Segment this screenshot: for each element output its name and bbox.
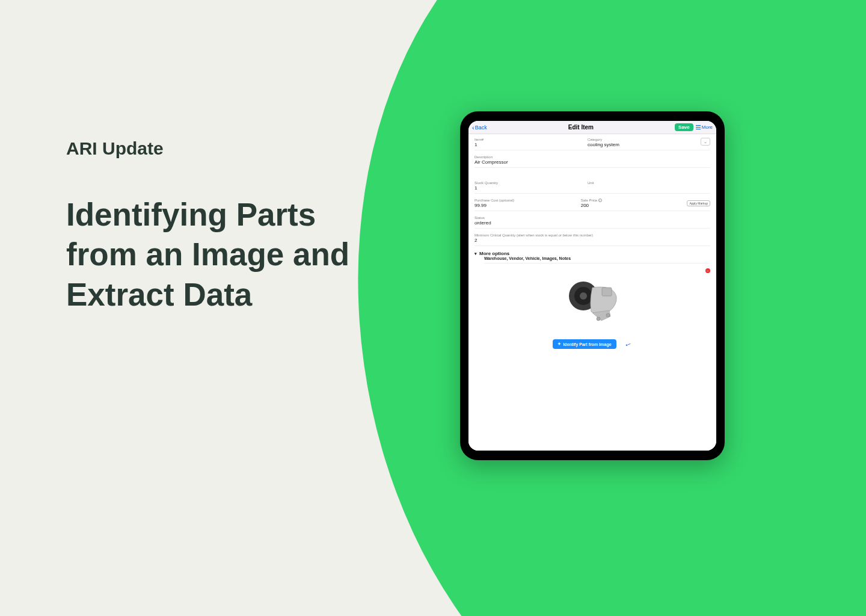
purchase-label: Purchase Cost (optional) — [474, 199, 569, 202]
menu-icon — [696, 125, 701, 129]
item-field[interactable]: Item# 1 — [474, 138, 576, 147]
svg-point-5 — [606, 313, 610, 317]
page-title: Edit Item — [568, 124, 594, 131]
more-options-subtitle: Warehouse, Vendor, Vehicle, Images, Note… — [484, 256, 710, 263]
stock-value: 1 — [474, 185, 576, 191]
image-area: − ✦ Identify — [474, 270, 710, 349]
stock-field[interactable]: Stock Quantity 1 — [474, 181, 576, 191]
description-value: Air Compressor — [474, 159, 710, 165]
category-field[interactable]: Category cooling system — [588, 138, 689, 147]
unit-field[interactable]: Unit — [588, 181, 689, 191]
sale-value: 200 — [581, 203, 675, 208]
more-options-toggle[interactable]: ▾ More options — [474, 251, 710, 256]
form-body: Item# 1 Category cooling system ⌄ Descri… — [468, 134, 716, 451]
part-image — [556, 270, 628, 330]
svg-point-2 — [580, 292, 587, 300]
svg-rect-3 — [602, 288, 612, 296]
svg-point-4 — [597, 317, 600, 321]
back-button[interactable]: ‹ Back — [472, 124, 487, 131]
back-label: Back — [475, 125, 487, 131]
more-options-title: More options — [479, 251, 509, 256]
mincrit-value: 2 — [474, 238, 710, 243]
tablet-frame: ‹ Back Edit Item Save More Item# 1 Categ… — [460, 111, 725, 460]
sale-label: Sale Price i — [581, 199, 675, 202]
headline-text: Identifying Parts from an Image and Extr… — [66, 195, 385, 315]
kicker-text: ARI Update — [66, 138, 385, 159]
delete-image-button[interactable]: − — [705, 268, 710, 273]
caret-down-icon: ▾ — [474, 251, 477, 256]
save-button[interactable]: Save — [675, 123, 693, 131]
chevron-left-icon: ‹ — [472, 124, 474, 131]
item-value: 1 — [474, 142, 576, 147]
more-options-section: ▾ More options Warehouse, Vendor, Vehicl… — [474, 251, 710, 263]
info-icon: i — [598, 199, 602, 202]
identify-part-button[interactable]: ✦ Identify Part from Image — [553, 339, 616, 349]
category-label: Category — [588, 138, 689, 141]
identify-label: Identify Part from Image — [563, 342, 611, 346]
apply-markup-button[interactable]: Apply Markup — [687, 200, 710, 206]
tablet-screen: ‹ Back Edit Item Save More Item# 1 Categ… — [468, 121, 716, 451]
description-field[interactable]: Description Air Compressor — [474, 155, 710, 165]
stock-label: Stock Quantity — [474, 181, 576, 185]
description-label: Description — [474, 155, 710, 159]
mincrit-field[interactable]: Minimum Critical Quantity (alert when st… — [474, 233, 710, 243]
purchase-field[interactable]: Purchase Cost (optional) 99.99 — [474, 199, 569, 208]
more-label: More — [702, 125, 713, 130]
status-label: Status — [474, 216, 710, 220]
category-dropdown[interactable]: ⌄ — [701, 138, 710, 146]
sale-field[interactable]: Sale Price i 200 — [581, 199, 675, 208]
status-field[interactable]: Status ordered — [474, 216, 710, 226]
purchase-value: 99.99 — [474, 203, 569, 208]
status-value: ordered — [474, 220, 710, 226]
arrow-annotation-icon: ← — [622, 338, 633, 350]
mincrit-label: Minimum Critical Quantity (alert when st… — [474, 233, 710, 237]
unit-label: Unit — [588, 181, 689, 185]
chevron-down-icon: ⌄ — [704, 140, 707, 144]
category-value: cooling system — [588, 142, 689, 147]
item-label: Item# — [474, 138, 576, 141]
more-button[interactable]: More — [696, 125, 713, 130]
navbar: ‹ Back Edit Item Save More — [468, 121, 716, 134]
sparkle-icon: ✦ — [557, 342, 561, 346]
